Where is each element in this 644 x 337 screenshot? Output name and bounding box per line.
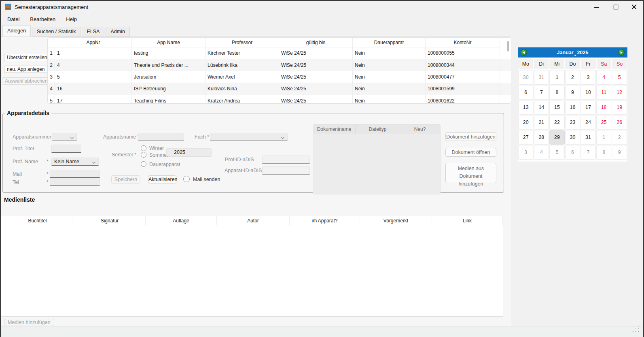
calendar-day[interactable]: 9 xyxy=(565,85,580,100)
doc-column-dateityp[interactable]: Dateityp xyxy=(356,125,400,134)
tel-input[interactable] xyxy=(50,178,100,186)
table-row[interactable]: 35JerusalemWiemer AxelWiSe 24/25Nein1008… xyxy=(48,71,511,83)
column-header-gültig-bis[interactable]: gültig bis xyxy=(279,38,353,47)
medien-column-auflage[interactable]: Auflage xyxy=(146,216,217,225)
calendar-day[interactable]: 7 xyxy=(580,145,596,160)
calendar-day[interactable]: 16 xyxy=(565,100,580,115)
calendar-day[interactable]: 12 xyxy=(612,85,627,100)
medien-column-vorgemerkt[interactable]: Vorgemerkt xyxy=(360,216,432,225)
calendar-day[interactable]: 19 xyxy=(612,100,627,115)
calendar-day[interactable]: 25 xyxy=(596,115,612,130)
calendar-month[interactable]: Januar xyxy=(557,50,574,55)
prof-id-adis-input[interactable] xyxy=(262,156,310,164)
calendar-day[interactable]: 7 xyxy=(534,85,549,100)
calendar-day[interactable]: 8 xyxy=(549,85,565,100)
calendar-day[interactable]: 31 xyxy=(534,70,549,85)
calendar-day[interactable]: 17 xyxy=(580,100,596,115)
doc-column-neu?[interactable]: Neu? xyxy=(400,125,440,134)
menu-item-datei[interactable]: Datei xyxy=(7,16,19,22)
prof-name-dropdown[interactable]: Kein Name xyxy=(51,158,99,166)
tab-suchen-statistik[interactable]: Suchen / Statistik xyxy=(32,27,81,36)
calendar-day[interactable]: 5 xyxy=(549,145,565,160)
fach-dropdown[interactable] xyxy=(210,133,288,141)
jahr-input[interactable] xyxy=(166,148,212,156)
calendar-day[interactable]: 4 xyxy=(596,70,612,85)
mail-input[interactable] xyxy=(50,170,100,178)
column-header-kontonr[interactable]: KontoNr xyxy=(426,38,500,47)
calendar-day[interactable]: 22 xyxy=(549,115,565,130)
sidebar-button-übersicht-erstellen[interactable]: Übersicht erstellen xyxy=(4,54,50,61)
calendar-day[interactable]: 31 xyxy=(580,130,596,145)
calendar-day-selected[interactable]: 29 xyxy=(549,130,565,145)
doc-column-dokumentname[interactable]: Dokumentname xyxy=(313,125,356,134)
apparatsnummer-dropdown[interactable] xyxy=(52,133,77,141)
button-dokument-öffnen[interactable]: Dokument öffnen xyxy=(445,148,496,157)
calendar-day[interactable]: 4 xyxy=(534,145,549,160)
speichern-button[interactable]: Speichern xyxy=(111,175,140,183)
medien-hinzufuegen-button[interactable]: Medien hinzufügen xyxy=(4,319,54,326)
medien-column-signatur[interactable]: Signatur xyxy=(74,216,146,225)
sommer-radio[interactable] xyxy=(141,152,146,158)
calendar-day[interactable]: 1 xyxy=(596,130,612,145)
maximize-icon[interactable] xyxy=(606,1,625,13)
button-dokument-hinzufügen[interactable]: Dokument hinzufügen xyxy=(445,132,496,141)
mail-senden-checkbox[interactable] xyxy=(183,176,190,182)
calendar-day[interactable]: 24 xyxy=(580,115,596,130)
calendar-day[interactable]: 9 xyxy=(612,145,627,160)
resize-grip[interactable] xyxy=(633,326,634,327)
calendar-day[interactable]: 3 xyxy=(580,70,596,85)
close-icon[interactable] xyxy=(625,1,643,13)
calendar-day[interactable]: 2 xyxy=(565,70,580,85)
calendar-day[interactable]: 14 xyxy=(534,100,549,115)
calendar-day[interactable]: 23 xyxy=(565,115,580,130)
vertical-scrollbar[interactable] xyxy=(507,41,509,51)
calendar-day[interactable]: 3 xyxy=(518,145,534,160)
column-header-professor[interactable]: Professor xyxy=(205,38,279,47)
calendar-day[interactable]: 30 xyxy=(565,130,580,145)
calendar-day[interactable]: 20 xyxy=(518,115,534,130)
column-header-appnr[interactable]: AppNr xyxy=(55,38,132,47)
dauerapparat-radio[interactable] xyxy=(141,161,146,167)
calendar-next-icon[interactable] xyxy=(618,49,625,55)
medien-column-buchtitel[interactable]: Buchtitel xyxy=(1,216,74,225)
calendar-day[interactable]: 28 xyxy=(534,130,549,145)
menu-item-bearbeiten[interactable]: Bearbeiten xyxy=(30,16,55,22)
prof-titel-input[interactable] xyxy=(51,145,81,153)
calendar-day[interactable]: 26 xyxy=(612,115,627,130)
calendar-day[interactable]: 13 xyxy=(518,100,534,115)
aktualisieren-button[interactable]: Aktualisieren xyxy=(148,175,176,183)
apparatsname-input[interactable] xyxy=(138,133,184,141)
calendar-day[interactable]: 10 xyxy=(580,85,596,100)
table-row[interactable]: 416ISP-BetreuungKulovics NinaWiSe 24/25N… xyxy=(48,83,511,95)
column-header-app-name[interactable]: App Name xyxy=(132,38,205,47)
medien-column-im-apparat?[interactable]: im Apparat? xyxy=(290,216,360,225)
calendar-day[interactable]: 30 xyxy=(518,70,534,85)
calendar-day[interactable]: 8 xyxy=(596,145,612,160)
calendar-day[interactable]: 18 xyxy=(596,100,612,115)
table-row[interactable]: 517Teaching FilmsKratzer AndreaWiSe 24/2… xyxy=(48,95,511,104)
medien-column-link[interactable]: Link xyxy=(432,216,503,225)
calendar-day[interactable]: 5 xyxy=(612,70,627,85)
calendar-day[interactable]: 2 xyxy=(612,130,627,145)
tab-elsa[interactable]: ELSA xyxy=(82,27,104,36)
button-medien-aus-dokument-hinzufügen[interactable]: Medien aus Dokument hinzufügen xyxy=(445,163,496,183)
table-row[interactable]: 24Theorie und Praxis der ...Lüsebrink Il… xyxy=(48,59,511,71)
medien-column-autor[interactable]: Autor xyxy=(217,216,290,225)
calendar-day[interactable]: 15 xyxy=(549,100,565,115)
tab-admin[interactable]: Admin xyxy=(106,27,129,36)
calendar-day[interactable]: 21 xyxy=(534,115,549,130)
sidebar-button-auswahl-abbrechen[interactable]: Auswahl abbrechen xyxy=(2,77,50,85)
calendar-day[interactable]: 1 xyxy=(549,70,565,85)
winter-radio[interactable] xyxy=(141,145,146,151)
column-header-dauerapparat[interactable]: Dauerapparat xyxy=(353,38,426,47)
calendar-day[interactable]: 11 xyxy=(596,85,612,100)
minimize-icon[interactable] xyxy=(587,1,606,13)
menu-item-help[interactable]: Help xyxy=(66,16,77,22)
tab-anlegen[interactable]: Anlegen xyxy=(2,25,31,36)
sidebar-button-neu-app-anlegen[interactable]: neu. App anlegen xyxy=(4,66,47,73)
calendar-day[interactable]: 6 xyxy=(565,145,580,160)
calendar-prev-icon[interactable] xyxy=(521,49,527,55)
table-row[interactable]: 11testingKirchner TesterWiSe 24/25Nein10… xyxy=(48,47,511,59)
calendar-day[interactable]: 27 xyxy=(518,130,534,145)
apparat-id-adis-input[interactable] xyxy=(262,166,310,175)
